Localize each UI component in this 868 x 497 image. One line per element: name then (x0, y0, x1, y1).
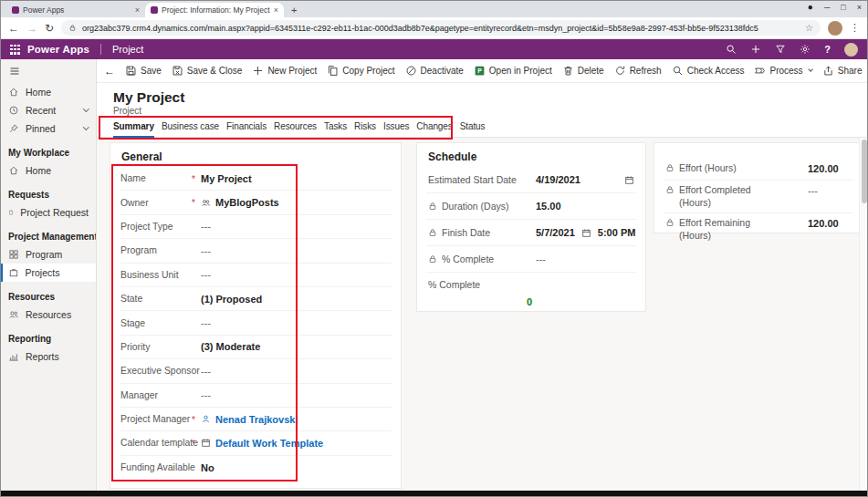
sidebar-item-recent[interactable]: Recent (1, 101, 96, 119)
sidebar-collapse-button[interactable] (1, 59, 96, 83)
tab-close-icon[interactable]: × (135, 5, 140, 15)
field-value-link[interactable]: Nenad Trajkovski (201, 414, 298, 425)
field-project-manager: Project Manager* Nenad Trajkovski (120, 408, 392, 431)
cmd-deactivate-button[interactable]: Deactivate (401, 61, 468, 80)
chevron-down-icon[interactable] (83, 124, 89, 129)
people-icon (201, 198, 211, 208)
field-value[interactable]: --- (201, 245, 211, 256)
tab-summary[interactable]: Summary (113, 118, 154, 138)
chevron-down-icon[interactable] (83, 106, 89, 111)
lock-icon (428, 202, 437, 211)
tab-business-case[interactable]: Business case (162, 118, 219, 138)
copy-icon (327, 65, 339, 77)
sidebar-item-label: Resources (26, 309, 71, 320)
vertical-scrollbar[interactable] (859, 138, 867, 491)
field-duration-days: Duration (Days) 15.00 (426, 193, 636, 220)
back-arrow-button[interactable]: ← (104, 65, 115, 78)
browser-tab-project[interactable]: Project: Information: My Project × (145, 3, 284, 17)
sidebar-item-reports[interactable]: Reports (1, 347, 96, 366)
save-close-icon (172, 65, 183, 77)
window-maximize-button[interactable]: □ (841, 3, 845, 12)
field-finish-date: Finish Date 5/7/2021 5:00 PM (426, 220, 636, 246)
sidebar-item-label: Program (26, 249, 62, 260)
sidebar-item-home[interactable]: Home (1, 83, 96, 101)
cmd-copy-project-button[interactable]: Copy Project (322, 61, 399, 80)
quick-create-plus-icon[interactable] (750, 44, 761, 55)
back-button[interactable]: ← (8, 22, 19, 35)
field-value[interactable]: --- (201, 389, 211, 400)
field-value[interactable]: (3) Moderate (201, 341, 260, 352)
cmd-new-project-button[interactable]: New Project (247, 61, 321, 80)
cmd-check-access-button[interactable]: Check Access (667, 61, 749, 80)
field-value: 120.00 (808, 163, 839, 174)
window-minimize-button[interactable]: ─ (824, 3, 830, 12)
cmd-refresh-button[interactable]: Refresh (610, 61, 666, 80)
new-tab-button[interactable]: + (291, 3, 297, 17)
section-title-schedule: Schedule (417, 143, 645, 167)
save-icon (125, 65, 137, 77)
cmd-label: Delete (578, 66, 604, 76)
reload-button[interactable]: ↻ (45, 22, 54, 35)
cmd-save-button[interactable]: Save (120, 61, 166, 80)
field-value[interactable]: No (201, 462, 214, 473)
sidebar-item-projects[interactable]: Projects (1, 264, 96, 282)
bookmark-star-icon[interactable]: ☆ (805, 23, 813, 33)
header-divider (100, 44, 101, 55)
field-value[interactable]: --- (201, 317, 211, 328)
browser-avatar[interactable] (828, 21, 842, 36)
cmd-label: Save & Close (187, 66, 243, 76)
tab-tasks[interactable]: Tasks (324, 118, 347, 138)
app-name[interactable]: Power Apps (27, 44, 89, 55)
field-value[interactable]: 4/19/2021 (536, 174, 580, 185)
sidebar-item-label: Home (26, 165, 51, 176)
field-label: Business Unit (120, 270, 179, 280)
tab-financials[interactable]: Financials (226, 118, 267, 138)
field-value[interactable]: (1) Proposed (201, 294, 262, 305)
cmd-share-button[interactable]: Share (818, 61, 867, 80)
cmd-delete-button[interactable]: Delete (558, 61, 609, 80)
rollup-value: 0 (527, 296, 634, 307)
cmd-label: Open in Project (489, 66, 552, 76)
sidebar-item-pinned[interactable]: Pinned (1, 119, 96, 138)
tab-risks[interactable]: Risks (354, 118, 376, 138)
browser-menu-icon[interactable]: ⋮ (850, 22, 860, 34)
tab-changes[interactable]: Changes (416, 118, 452, 138)
field-value[interactable]: My Project (201, 173, 252, 184)
tab-issues[interactable]: Issues (383, 118, 409, 138)
user-avatar[interactable] (844, 43, 858, 57)
sidebar-section-requests: Requests (1, 180, 96, 203)
field-value[interactable]: --- (201, 366, 211, 377)
filter-icon[interactable] (775, 44, 786, 55)
window-close-button[interactable]: × (857, 3, 862, 12)
tab-close-icon[interactable]: × (274, 5, 278, 15)
field-value[interactable]: --- (201, 269, 211, 280)
waffle-icon[interactable] (10, 45, 20, 55)
tab-resources[interactable]: Resources (274, 118, 317, 138)
field-value[interactable]: MyBlogPosts (201, 197, 279, 208)
calendar-icon[interactable] (624, 175, 634, 185)
sidebar-item-program[interactable]: Program (1, 245, 96, 264)
field-value[interactable]: --- (201, 221, 211, 232)
scrollbar-thumb[interactable] (862, 140, 867, 203)
url-box[interactable]: org23abc379.crm4.dynamics.com/main.aspx?… (61, 20, 821, 36)
tab-status[interactable]: Status (460, 118, 486, 138)
app-header: Power Apps Project ? (1, 39, 867, 59)
sidebar-item-project-request[interactable]: Project Request (1, 203, 96, 222)
search-icon[interactable] (726, 44, 737, 55)
window-controls: ● ─ □ × (808, 2, 862, 12)
sidebar-item-resources[interactable]: Resources (1, 305, 96, 324)
help-icon[interactable]: ? (824, 44, 831, 55)
field-value-link[interactable]: Default Work Template (201, 438, 323, 449)
magnifier-icon (672, 65, 684, 77)
command-bar: ← Save Save & Close New Project Copy Pro… (97, 59, 867, 83)
cmd-save-and-close-button[interactable]: Save & Close (167, 61, 247, 80)
cmd-open-in-project-button[interactable]: P Open in Project (469, 61, 557, 80)
browser-tab-power-apps[interactable]: Power Apps × (6, 3, 145, 17)
forward-button[interactable]: → (26, 22, 37, 35)
field-label: Effort Remaining (Hours) (679, 217, 778, 242)
cmd-process-button[interactable]: Process (749, 61, 816, 80)
form-body: General Name* My Project Owner* MyBlogPo… (97, 138, 867, 492)
gear-icon[interactable] (800, 44, 810, 55)
sidebar-item-workplace-home[interactable]: Home (1, 161, 96, 180)
sidebar-section-reporting: Reporting (1, 324, 96, 347)
